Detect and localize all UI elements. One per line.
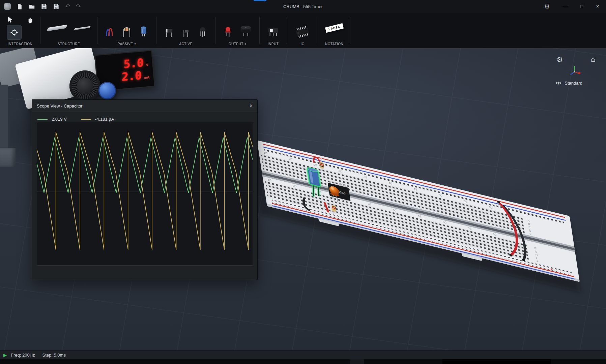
toolbar-group-label-passive[interactable]: PASSIVE▾ [118, 40, 136, 46]
diode-small-icon[interactable] [180, 22, 192, 40]
toolbar-group-structure: STRUCTURE [40, 13, 97, 48]
psu-current-unit: mA [144, 75, 149, 80]
toolbar-group-label-active: ACTIVE [179, 40, 192, 46]
diode-icon[interactable] [163, 22, 175, 40]
new-file-icon[interactable] [17, 3, 23, 10]
sim-step: Step: 5.0ms [42, 353, 66, 358]
scope-titlebar[interactable]: Scope View - Capacitor × [32, 100, 257, 112]
scope-waveform [37, 122, 253, 265]
psu-knob[interactable] [69, 70, 100, 101]
cursor-tool-icon[interactable] [7, 16, 14, 23]
scope-plot [37, 122, 253, 266]
play-button[interactable]: ▶ [3, 353, 7, 358]
label-tool-icon[interactable]: LABEL [325, 23, 343, 33]
close-button[interactable]: × [596, 3, 599, 10]
legend-swatch [37, 119, 48, 120]
interact-tool-button[interactable] [7, 25, 22, 40]
view-mode-label: Standard [565, 81, 582, 86]
crosshair-icon [10, 28, 18, 36]
dip-chip-icon[interactable] [294, 24, 311, 40]
hand-tool-icon[interactable] [26, 16, 33, 23]
breadboard-strip-icon[interactable] [47, 25, 68, 31]
app-logo [4, 3, 11, 10]
settings-gear-icon[interactable]: ⚙ [544, 3, 550, 10]
legend-swatch [81, 119, 91, 120]
maximize-button[interactable]: □ [580, 4, 583, 9]
toolbar-group-input: INPUT [260, 13, 287, 48]
redo-icon[interactable]: ↷ [76, 3, 81, 9]
status-bar: ▶ Freq: 200Hz Step: 5.0ms [0, 350, 606, 359]
toolbar: INTERACTION STRUCTURE [0, 13, 606, 48]
open-folder-icon[interactable] [29, 3, 35, 10]
scope-panel: Scope View - Capacitor × 2.019 V -4.181 … [32, 99, 258, 280]
scene-viewport[interactable]: 5.0 V 2.0 mA [0, 48, 606, 351]
view-mode-selector[interactable]: Standard [555, 81, 582, 86]
switch-icon[interactable] [266, 23, 280, 40]
legend-item-voltage: 2.019 V [37, 117, 67, 122]
scope-title: Scope View - Capacitor [37, 103, 83, 109]
legend-current-value: -4.181 µA [95, 117, 114, 122]
undo-icon[interactable]: ↶ [65, 3, 70, 9]
psu-voltage-unit: V [146, 63, 148, 67]
toolbar-group-interaction: INTERACTION [0, 13, 40, 48]
legend-item-current: -4.181 µA [81, 117, 114, 122]
toolbar-group-ic: IC [287, 13, 318, 48]
axis-gizmo[interactable] [568, 64, 581, 78]
minimize-button[interactable]: — [563, 4, 568, 9]
save-as-icon[interactable] [53, 3, 59, 10]
toolbar-group-active: ACTIVE [156, 13, 215, 48]
psu-blue-button[interactable] [98, 82, 116, 99]
jumper-wires-icon[interactable] [104, 22, 116, 40]
toolbar-group-output: OUTPUT▾ [215, 13, 259, 48]
viewport-settings-gear-icon[interactable]: ⚙ [556, 56, 563, 64]
titlebar-accent [254, 0, 266, 1]
toolbar-separator [350, 17, 350, 44]
strip-segment [350, 359, 364, 364]
eye-icon [555, 81, 561, 85]
psu-current-readout: 2.0 [122, 69, 142, 84]
toolbar-group-label-output[interactable]: OUTPUT▾ [229, 40, 247, 46]
breadboard[interactable]: 15202530354045505560 1520253035404550556… [257, 140, 580, 285]
titlebar: ↶ ↷ CRUMB - 555 Timer ⚙ — □ × [0, 0, 606, 13]
chevron-down-icon: ▾ [245, 42, 247, 46]
rail-strip-icon[interactable] [74, 26, 91, 30]
bottom-strip [0, 359, 606, 364]
scope-close-icon[interactable]: × [250, 103, 253, 109]
toolbar-group-notation: LABEL NOTATION [318, 13, 350, 48]
chevron-down-icon: ▾ [135, 42, 136, 46]
toolbar-group-passive: PASSIVE▾ [97, 13, 156, 48]
capacitor-icon[interactable] [138, 22, 149, 40]
sim-frequency: Freq: 200Hz [11, 353, 35, 358]
toolbar-group-label-input: INPUT [268, 40, 279, 46]
toolbar-group-label-structure: STRUCTURE [58, 40, 80, 46]
save-icon[interactable] [41, 3, 47, 10]
resistor-icon[interactable] [121, 22, 133, 40]
home-view-icon[interactable]: ⌂ [591, 55, 595, 64]
buzzer-icon[interactable] [239, 21, 253, 40]
toolbar-group-label-notation: NOTATION [325, 40, 343, 46]
led-icon[interactable] [222, 21, 234, 40]
strip-segment [442, 359, 551, 364]
window-title: CRUMB - 555 Timer [283, 4, 323, 9]
transistor-icon[interactable] [197, 22, 208, 40]
toolbar-group-label-ic: IC [301, 40, 305, 46]
toolbar-group-label-interaction: INTERACTION [8, 40, 32, 46]
legend-voltage-value: 2.019 V [52, 117, 67, 122]
